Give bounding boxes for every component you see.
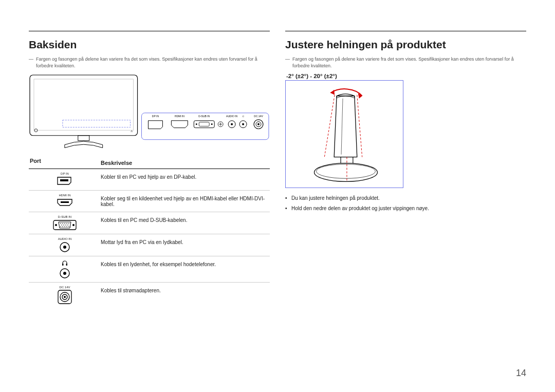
- port-label: AUDIO IN: [58, 237, 72, 240]
- note-text: Du kan justere helningen på produktet.: [291, 194, 380, 202]
- right-disclaimer-text: Fargen og fasongen på delene kan variere…: [292, 56, 526, 69]
- svg-point-57: [314, 163, 378, 182]
- svg-point-42: [66, 226, 67, 227]
- svg-point-34: [68, 223, 69, 224]
- svg-point-53: [64, 296, 66, 298]
- port-desc: Kobles til strømadapteren.: [101, 286, 270, 293]
- svg-text:HDMI IN: HDMI IN: [175, 115, 184, 118]
- svg-text:⚠: ⚠: [131, 129, 133, 133]
- table-row: D-SUB IN Kobles til en PC med D-SUB-kabe…: [29, 212, 270, 234]
- port-desc: Kobles til en lydenhet, for eksempel hod…: [101, 259, 270, 267]
- svg-text:♫: ♫: [242, 115, 244, 118]
- th-port: Port: [29, 158, 101, 166]
- note-text: Hold den nedre delen av produktet og jus…: [291, 204, 429, 213]
- svg-text:AUDIO IN: AUDIO IN: [226, 115, 237, 118]
- left-disclaimer-text: Fargen og fasongen på delene kan variere…: [36, 56, 270, 69]
- port-desc: Kobler seg til en kildeenhet ved hjelp a…: [101, 194, 270, 207]
- svg-point-40: [62, 226, 63, 227]
- right-title: Justere helningen på produktet: [285, 39, 526, 51]
- th-desc: Beskrivelse: [101, 158, 270, 166]
- backside-figure: ⚠ DP IN HDMI IN D-SUB IN: [29, 73, 270, 153]
- table-row: DP IN Kobler til en PC ved hjelp av en D…: [29, 169, 270, 191]
- svg-point-28: [55, 224, 57, 226]
- svg-point-30: [60, 223, 61, 224]
- svg-point-38: [67, 225, 68, 226]
- svg-point-17: [231, 123, 233, 125]
- tilt-figure: [285, 80, 403, 188]
- svg-point-36: [63, 225, 64, 226]
- left-column: Baksiden ― Fargen og fasongen på delene …: [29, 31, 270, 382]
- port-desc: Kobler til en PC ved hjelp av en DP-kabe…: [101, 172, 270, 180]
- svg-text:D-SUB IN: D-SUB IN: [198, 115, 210, 118]
- left-disclaimer: ― Fargen og fasongen på delene kan varie…: [29, 56, 270, 69]
- svg-rect-1: [34, 79, 134, 130]
- headphone-port-icon: [59, 268, 70, 279]
- svg-rect-5: [78, 136, 89, 141]
- svg-rect-25: [60, 179, 68, 181]
- svg-point-39: [60, 226, 61, 227]
- svg-point-43: [68, 226, 69, 227]
- svg-rect-26: [61, 201, 69, 203]
- port-desc: Mottar lyd fra en PC via en lydkabel.: [101, 237, 270, 245]
- headphone-icon: [61, 259, 68, 267]
- svg-rect-13: [199, 122, 209, 126]
- svg-point-32: [64, 223, 65, 224]
- svg-rect-47: [66, 264, 68, 266]
- svg-point-35: [61, 225, 62, 226]
- table-row: DC 14V Kobles til strømadapteren.: [29, 283, 270, 307]
- svg-point-41: [64, 226, 65, 227]
- svg-text:DP IN: DP IN: [152, 115, 159, 118]
- svg-rect-0: [30, 75, 138, 136]
- dc-port-icon: [58, 290, 72, 304]
- dsub-port-icon: [53, 219, 77, 231]
- table-row: HDMI IN Kobler seg til en kildeenhet ved…: [29, 191, 270, 212]
- svg-point-20: [242, 123, 244, 125]
- port-label: D-SUB IN: [58, 215, 71, 218]
- svg-point-24: [257, 123, 260, 125]
- right-column: Justere helningen på produktet ― Fargen …: [285, 31, 526, 382]
- rule: [285, 31, 526, 31]
- rule: [29, 31, 270, 31]
- svg-point-37: [65, 225, 66, 226]
- svg-rect-4: [63, 120, 131, 127]
- svg-point-29: [72, 224, 75, 226]
- svg-point-11: [196, 123, 197, 125]
- table-row: AUDIO IN Mottar lyd fra en PC via en lyd…: [29, 234, 270, 256]
- svg-marker-54: [330, 90, 335, 95]
- right-disclaimer: ― Fargen og fasongen på delene kan varie…: [285, 56, 526, 69]
- svg-point-45: [63, 246, 66, 249]
- tilt-notes: • Du kan justere helningen på produktet.…: [285, 194, 526, 213]
- port-desc: Kobles til en PC med D-SUB-kabelen.: [101, 215, 270, 223]
- port-label: DP IN: [61, 172, 69, 175]
- svg-point-49: [63, 272, 66, 275]
- svg-point-31: [62, 223, 63, 224]
- port-label: DC 14V: [59, 286, 70, 289]
- dp-port-icon: [56, 176, 73, 185]
- svg-point-33: [66, 223, 67, 224]
- hdmi-port-icon: [56, 198, 73, 207]
- table-row: Kobles til en lydenhet, for eksempel hod…: [29, 256, 270, 283]
- audio-in-port-icon: [59, 241, 70, 253]
- tilt-range-label: -2° (±2°) - 20° (±2°): [286, 73, 526, 79]
- left-title: Baksiden: [29, 39, 270, 51]
- svg-point-12: [211, 123, 213, 125]
- port-table: Port Beskrivelse DP IN Kobler til en PC …: [29, 158, 270, 307]
- svg-rect-46: [62, 264, 64, 266]
- svg-text:DC 14V: DC 14V: [254, 115, 263, 118]
- port-label: HDMI IN: [59, 194, 71, 197]
- page-number: 14: [516, 368, 526, 379]
